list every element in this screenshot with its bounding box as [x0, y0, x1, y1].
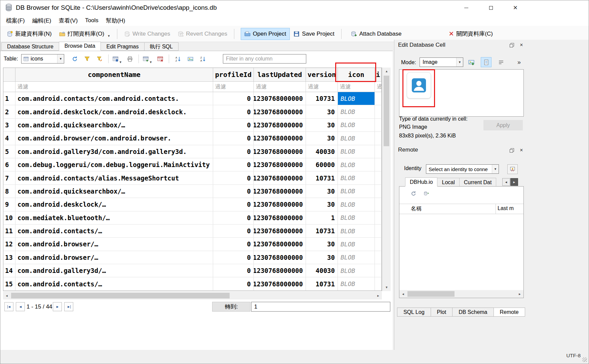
cell-version[interactable]: 30: [306, 251, 338, 264]
table-row[interactable]: 1com.android.contacts/com.android.contac…: [3, 92, 382, 105]
print-button[interactable]: [125, 54, 135, 64]
cell-componentname[interactable]: com.debug.loggerui/com.debug.loggerui.Ma…: [15, 158, 213, 171]
word-wrap-button[interactable]: [496, 57, 506, 67]
cell-version[interactable]: 30: [306, 105, 338, 118]
cell-partial[interactable]: [375, 198, 382, 211]
column-header[interactable]: profileId: [213, 68, 254, 81]
scroll-down-button[interactable]: ▼: [382, 284, 391, 291]
edit-cell-button[interactable]: [185, 54, 195, 64]
table-row[interactable]: 9com.android.deskclock/…0123076800000030…: [3, 198, 382, 211]
filter-cell[interactable]: 過濾: [375, 82, 382, 92]
table-row[interactable]: 7com.android.contacts/alias.MessageShort…: [3, 171, 382, 185]
main-tab[interactable]: 執行 SQL: [144, 42, 179, 51]
sort-desc-button[interactable]: ZA: [198, 54, 208, 64]
cell-componentname[interactable]: com.android.quicksearchbox/…: [15, 119, 213, 131]
vertical-scrollbar-thumb[interactable]: [384, 76, 389, 146]
previous-record-button[interactable]: ◄: [16, 302, 25, 311]
cell-profileid[interactable]: 0: [213, 185, 254, 198]
cell-componentname[interactable]: com.android.deskclock/com.android.deskcl…: [15, 105, 213, 118]
scrollbar-thumb[interactable]: [407, 291, 455, 297]
dock-tab[interactable]: DB Schema: [452, 308, 494, 317]
table-row[interactable]: 2com.android.deskclock/com.android.deskc…: [3, 105, 382, 118]
row-number[interactable]: 2: [3, 105, 15, 118]
filter-cell[interactable]: [3, 82, 15, 92]
cell-icon-blob[interactable]: BLOB: [338, 264, 375, 277]
row-number[interactable]: 8: [3, 185, 15, 198]
revert-changes-button[interactable]: Revert Changes: [174, 28, 231, 40]
tab-scroll-left-button[interactable]: ◄: [502, 178, 510, 186]
filter-cell[interactable]: 過濾: [213, 82, 254, 92]
main-tab[interactable]: Database Structure: [1, 42, 59, 51]
tab-scroll-right-button[interactable]: ►: [510, 178, 518, 186]
cell-profileid[interactable]: 0: [213, 132, 254, 145]
cell-componentname[interactable]: com.mediatek.bluetooth/…: [15, 211, 213, 224]
table-row[interactable]: 8com.android.quicksearchbox/…01230768000…: [3, 185, 382, 198]
first-record-button[interactable]: |◄: [4, 302, 13, 311]
open-database-menu-caret[interactable]: ▼: [107, 34, 110, 38]
cell-icon-blob[interactable]: BLOB: [338, 132, 375, 145]
cell-partial[interactable]: [375, 145, 382, 158]
cell-version[interactable]: 30: [306, 119, 338, 131]
cell-partial[interactable]: [375, 132, 382, 145]
row-number[interactable]: 10: [3, 211, 15, 224]
vertical-scrollbar[interactable]: ▲ ▼: [382, 68, 391, 291]
goto-input[interactable]: [251, 302, 390, 312]
remote-refresh-button[interactable]: [409, 189, 418, 198]
cell-version[interactable]: 40030: [306, 145, 338, 158]
cell-componentname[interactable]: com.android.gallery3d/com.android.galler…: [15, 145, 213, 158]
refresh-button[interactable]: [70, 54, 80, 64]
cell-profileid[interactable]: 0: [213, 158, 254, 171]
cell-componentname[interactable]: com.android.contacts/com.android.contact…: [15, 92, 213, 105]
column-header[interactable]: version: [306, 68, 338, 81]
cell-partial[interactable]: [375, 264, 382, 277]
import-data-button[interactable]: [466, 57, 477, 67]
cell-icon-blob[interactable]: BLOB: [338, 238, 375, 250]
table-row[interactable]: 5com.android.gallery3d/com.android.galle…: [3, 145, 382, 158]
toolbar-overflow-button[interactable]: »: [514, 57, 524, 67]
cell-profileid[interactable]: 0: [213, 264, 254, 277]
column-divider[interactable]: [496, 204, 496, 214]
row-number[interactable]: 3: [3, 119, 15, 131]
attach-database-button[interactable]: Attach Database: [347, 28, 405, 40]
cell-version[interactable]: 30: [306, 238, 338, 250]
cell-icon-blob[interactable]: BLOB: [338, 198, 375, 211]
maximize-button[interactable]: [483, 0, 499, 15]
scroll-right-button[interactable]: ►: [375, 292, 382, 299]
cell-componentname[interactable]: com.android.browser/…: [15, 238, 213, 250]
remote-tab[interactable]: Current Dat: [459, 178, 497, 187]
remote-database-list[interactable]: [399, 186, 524, 298]
clear-filters-button[interactable]: [82, 54, 92, 64]
cell-partial[interactable]: [375, 238, 382, 250]
cell-icon-blob[interactable]: BLOB: [338, 251, 375, 264]
menu-item[interactable]: 幫助(H): [102, 15, 129, 26]
apply-button[interactable]: Apply: [483, 120, 523, 130]
cell-componentname[interactable]: com.android.deskclock/…: [15, 198, 213, 211]
main-tab[interactable]: Browse Data: [59, 42, 101, 51]
filter-cell[interactable]: 過濾: [15, 82, 213, 92]
cell-version[interactable]: 40030: [306, 264, 338, 277]
scroll-up-button[interactable]: ▲: [382, 68, 391, 75]
cell-lastupdated[interactable]: 1230768000000: [254, 105, 306, 118]
goto-button[interactable]: 轉到:: [212, 302, 250, 312]
cell-profileid[interactable]: 0: [213, 145, 254, 158]
remote-tab[interactable]: DBHub.io: [405, 177, 437, 187]
remote-float-button[interactable]: [508, 147, 515, 154]
row-number[interactable]: 7: [3, 171, 15, 184]
table-row[interactable]: 6com.debug.loggerui/com.debug.loggerui.M…: [3, 158, 382, 171]
scroll-left-button[interactable]: ◄: [399, 290, 407, 298]
filter-input[interactable]: [223, 54, 306, 64]
row-number[interactable]: 1: [3, 92, 15, 105]
table-select[interactable]: icons ▼: [21, 54, 64, 64]
mode-select[interactable]: Image ▼: [420, 57, 463, 67]
row-number[interactable]: 14: [3, 264, 15, 277]
cell-partial[interactable]: [375, 251, 382, 264]
cell-lastupdated[interactable]: 1230768000000: [254, 277, 306, 290]
edit-cell-close-button[interactable]: ×: [518, 41, 525, 49]
table-select-caret[interactable]: ▼: [57, 54, 64, 63]
close-window-button[interactable]: ×: [508, 0, 523, 15]
cell-profileid[interactable]: 0: [213, 171, 254, 184]
cell-icon-blob[interactable]: BLOB: [338, 145, 375, 158]
dock-tab[interactable]: SQL Log: [397, 308, 431, 317]
cell-lastupdated[interactable]: 1230768000000: [254, 251, 306, 264]
new-database-button[interactable]: 新建資料庫(N): [3, 27, 55, 40]
